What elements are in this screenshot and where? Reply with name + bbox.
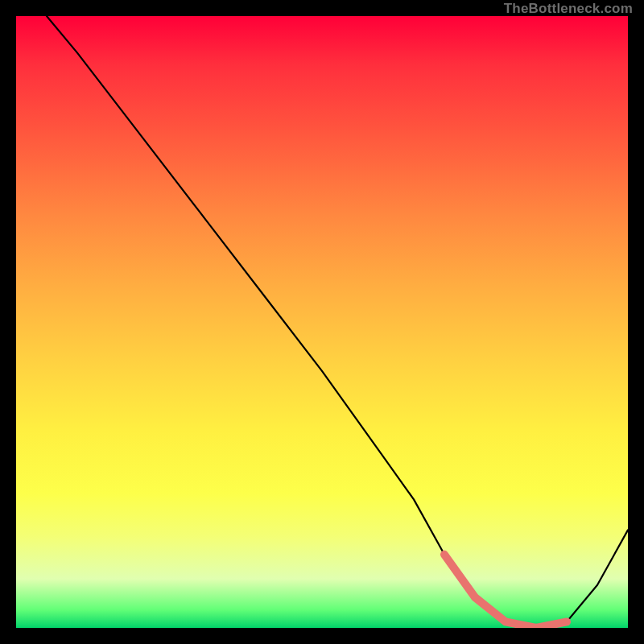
chart-stage: TheBottleneck.com xyxy=(0,0,644,644)
chart-highlight-line xyxy=(444,555,567,628)
chart-svg xyxy=(16,16,628,628)
plot-area xyxy=(16,16,628,628)
watermark-text: TheBottleneck.com xyxy=(504,1,633,17)
chart-curve-line xyxy=(47,16,628,628)
